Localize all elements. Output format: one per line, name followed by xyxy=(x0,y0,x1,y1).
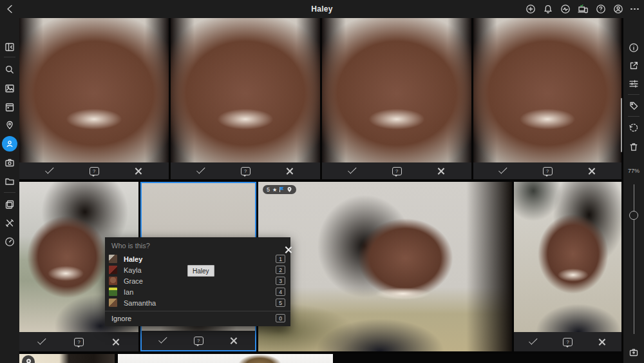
face-tile[interactable] xyxy=(171,18,320,179)
sidebar-divider xyxy=(4,57,15,57)
share-icon[interactable] xyxy=(623,61,644,71)
import-icon[interactable] xyxy=(623,347,644,357)
reject-button[interactable] xyxy=(587,332,616,351)
location-pin-icon xyxy=(287,186,292,193)
who-is-this-button[interactable] xyxy=(184,331,213,350)
person-option[interactable]: Ian 4 xyxy=(105,286,290,297)
face-confirm-toolbar xyxy=(514,332,621,351)
discover-icon[interactable] xyxy=(0,237,19,247)
who-is-this-popup: Who is this? Haley 1 Kayla 2 Grace 3 Ian xyxy=(105,237,290,326)
shortcut-key: 4 xyxy=(276,288,285,296)
avatar xyxy=(109,255,117,263)
face-confirm-toolbar xyxy=(19,162,169,179)
face-tile[interactable] xyxy=(473,18,621,179)
reject-button[interactable] xyxy=(276,162,304,179)
edit-icon[interactable] xyxy=(623,79,644,89)
confirm-button[interactable] xyxy=(338,162,366,179)
person-option[interactable]: Haley 1 xyxy=(105,253,290,264)
add-photos-icon[interactable] xyxy=(526,4,536,14)
reject-button[interactable] xyxy=(220,331,248,350)
panel-toggle-icon[interactable] xyxy=(0,42,19,52)
reject-button[interactable] xyxy=(124,162,153,179)
who-is-this-button[interactable] xyxy=(65,332,93,351)
face-photo[interactable] xyxy=(473,18,621,162)
confirm-button[interactable] xyxy=(28,332,56,351)
grid-scrollbar[interactable] xyxy=(621,98,622,152)
ignore-option[interactable]: Ignore 0 xyxy=(105,311,290,325)
people-icon-active[interactable] xyxy=(0,136,19,152)
face-tile[interactable] xyxy=(322,18,471,179)
more-options-icon[interactable] xyxy=(630,4,639,14)
popup-header: Who is this? xyxy=(105,237,290,253)
help-icon[interactable] xyxy=(596,4,606,14)
confirm-button[interactable] xyxy=(520,332,548,351)
photo[interactable] xyxy=(118,354,333,363)
recently-added-icon[interactable] xyxy=(0,102,19,112)
face-tile[interactable] xyxy=(19,18,169,179)
ignore-label: Ignore xyxy=(111,315,131,322)
avatar xyxy=(109,299,117,307)
reject-button[interactable] xyxy=(427,162,455,179)
folders-icon[interactable] xyxy=(0,176,19,186)
confirm-button[interactable] xyxy=(489,162,518,179)
zoom-level: 77% xyxy=(623,168,644,174)
photo[interactable] xyxy=(258,182,512,351)
face-photo[interactable] xyxy=(514,182,621,332)
person-name: Samantha xyxy=(124,299,156,307)
search-icon[interactable] xyxy=(0,64,19,75)
who-is-this-button[interactable] xyxy=(80,162,108,179)
name-tooltip: Haley xyxy=(187,265,214,277)
person-option[interactable]: Samantha 5 xyxy=(105,297,290,308)
star-icon: ★ xyxy=(272,187,277,193)
face-tile[interactable] xyxy=(514,182,621,351)
local-device-icon[interactable] xyxy=(0,157,19,168)
face-confirm-toolbar xyxy=(171,162,320,179)
delete-icon[interactable] xyxy=(623,142,644,152)
shortcut-key: 2 xyxy=(276,266,285,274)
shortcut-key: 5 xyxy=(276,299,285,307)
who-is-this-button[interactable] xyxy=(383,162,411,179)
history-icon[interactable] xyxy=(623,123,644,133)
confirm-button[interactable] xyxy=(149,331,177,350)
popup-title: Who is this? xyxy=(111,242,150,250)
reject-button[interactable] xyxy=(578,162,606,179)
keywords-icon[interactable] xyxy=(623,101,644,111)
places-icon[interactable] xyxy=(0,120,19,130)
sidebar-divider xyxy=(628,94,639,95)
zoom-slider-handle[interactable] xyxy=(629,211,638,220)
photo-meta-badge: 5★ xyxy=(263,185,296,194)
face-confirm-toolbar xyxy=(19,332,138,351)
notifications-icon[interactable] xyxy=(543,4,553,14)
who-is-this-button[interactable] xyxy=(554,332,582,351)
reject-button[interactable] xyxy=(102,332,130,351)
face-photo[interactable] xyxy=(171,18,320,162)
face-photo[interactable] xyxy=(322,18,471,162)
avatar xyxy=(109,288,117,296)
shared-albums-icon[interactable] xyxy=(0,199,19,210)
photo-tile[interactable] xyxy=(118,354,333,363)
sidebar-divider xyxy=(4,192,15,193)
confirmed-photo-tile[interactable]: 5★ xyxy=(258,182,512,351)
shortcut-key: 1 xyxy=(276,255,285,263)
photo-tile[interactable] xyxy=(336,354,621,363)
zoom-slider-track[interactable] xyxy=(634,184,634,334)
confirm-button[interactable] xyxy=(187,162,215,179)
photos-icon[interactable] xyxy=(0,83,19,93)
who-is-this-button[interactable] xyxy=(533,162,562,179)
sync-activity-icon[interactable] xyxy=(560,4,571,14)
face-photo[interactable] xyxy=(19,18,169,162)
info-icon[interactable] xyxy=(623,43,644,53)
tools-icon[interactable] xyxy=(0,218,19,228)
connected-devices-icon[interactable] xyxy=(578,4,589,14)
lightroom-app: Haley xyxy=(0,0,644,363)
rating-value: 5 xyxy=(267,186,270,193)
photo[interactable] xyxy=(336,354,621,363)
top-bar: Haley xyxy=(0,0,644,18)
location-pin-icon xyxy=(25,358,32,363)
account-icon[interactable] xyxy=(613,4,623,14)
confirm-button[interactable] xyxy=(35,162,64,179)
who-is-this-button[interactable] xyxy=(231,162,260,179)
person-option[interactable]: Grace 3 xyxy=(105,275,290,286)
person-name: Ian xyxy=(124,288,133,296)
photo-tile[interactable] xyxy=(19,354,115,363)
